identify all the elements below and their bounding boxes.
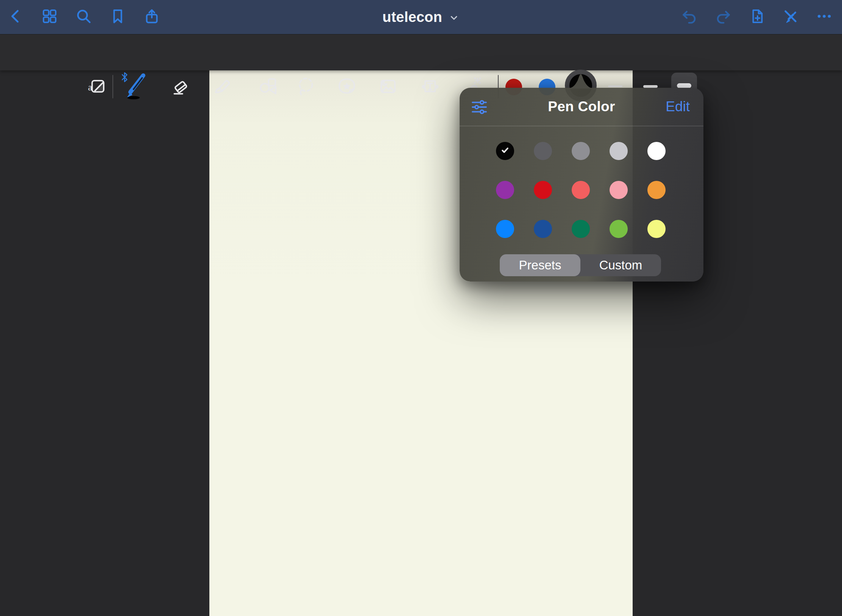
stroke-sample [608,86,622,87]
photo-icon [378,76,398,96]
share-button[interactable] [143,8,161,26]
document-title: utelecon [382,9,442,25]
page-thumbnails-icon [41,8,58,26]
swatch-white[interactable] [647,142,666,160]
undo-button[interactable] [681,8,698,26]
bookmark-button[interactable] [109,8,126,26]
document-title-button[interactable]: utelecon [382,0,460,34]
swatch-gray[interactable] [572,142,590,160]
shapes-tool[interactable] [258,76,278,96]
swatch-orange[interactable] [647,181,666,199]
swatch-pink[interactable] [610,181,628,199]
bluetooth-icon [120,72,129,83]
swatch-red[interactable] [534,181,552,199]
presets-custom-segmented-control: PresetsCustom [500,254,661,276]
more-button[interactable] [815,8,833,26]
editing-toolbar: a [0,34,842,70]
tab-presets-selected[interactable]: Presets [500,254,580,276]
search-button[interactable] [75,8,92,26]
end-editing-pencil-x-icon [782,8,799,26]
undo-icon [681,8,698,26]
nav-left-group [0,8,161,26]
back-icon [7,8,24,26]
lasso-tool[interactable] [296,76,316,96]
swatch-blue[interactable] [496,220,514,238]
text-icon [420,76,440,96]
toolbar-separator [112,75,113,98]
swatch-navy[interactable] [534,220,552,238]
scroll-mode-icon: a [86,76,107,96]
swatch-light-gray[interactable] [610,142,628,160]
title-chevron-down-icon [448,12,460,23]
popover-header: Pen Color Edit [460,88,703,126]
stroke-sample [677,83,691,88]
swatch-yellow[interactable] [647,220,666,238]
swatch-coral[interactable] [572,181,590,199]
photo-tool[interactable] [378,76,398,96]
popover-arrow [566,71,595,89]
highlighter-icon [212,76,233,96]
elements-sticker-icon [337,76,357,96]
more-ellipsis-icon [815,8,833,26]
back-button[interactable] [7,8,24,26]
top-nav-bar: utelecon [0,0,842,34]
add-page-icon [748,8,766,26]
swatch-light-green[interactable] [610,220,628,238]
share-icon [143,8,161,26]
redo-button[interactable] [714,8,732,26]
color-swatch-grid [496,142,666,238]
swatch-black-selected[interactable] [496,142,514,160]
text-tool[interactable] [420,76,440,96]
edit-button[interactable]: Edit [666,88,690,126]
nav-right-group [681,8,842,26]
pen-color-popover: Pen Color Edit PresetsCustom [460,88,703,282]
scroll-mode-tool[interactable]: a [86,76,107,96]
stroke-sample [643,85,658,88]
swatch-dark-gray[interactable] [534,142,552,160]
end-editing-button[interactable] [782,8,799,26]
app-screen: utelecon a [0,0,842,616]
swatch-green[interactable] [572,220,590,238]
highlighter-tool[interactable] [212,76,233,96]
tab-custom[interactable]: Custom [580,254,661,276]
lasso-icon [296,76,316,96]
elements-tool[interactable] [337,76,357,96]
add-page-button[interactable] [748,8,766,26]
page-thumbnails-button[interactable] [41,8,58,26]
bookmark-icon [109,8,126,26]
eraser-tool[interactable] [170,76,191,96]
checkmark-icon [499,145,511,157]
redo-icon [714,8,732,26]
shapes-icon [258,76,278,96]
header-separator [460,126,703,126]
search-icon [75,8,92,26]
swatch-purple[interactable] [496,181,514,199]
svg-text:a: a [88,82,92,92]
eraser-icon [170,76,191,96]
